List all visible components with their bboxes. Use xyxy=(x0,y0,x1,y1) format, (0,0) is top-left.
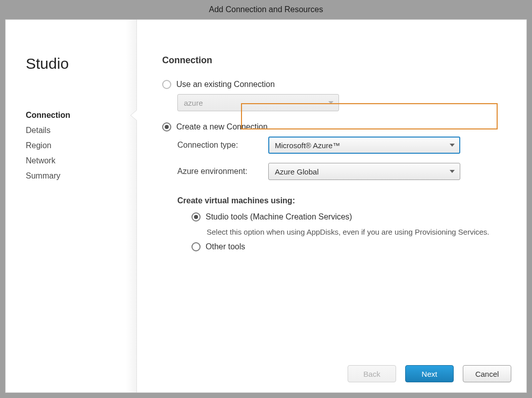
radio-use-existing-label: Use an existing Connection xyxy=(176,80,275,89)
wizard-sidebar: Studio Connection Details Region Network… xyxy=(6,20,137,392)
wizard-window: Add Connection and Resources Studio Conn… xyxy=(0,0,532,398)
connection-type-value: Microsoft® Azure™ xyxy=(275,141,340,150)
radio-studio-tools[interactable]: Studio tools (Machine Creation Services) xyxy=(191,212,511,222)
nav-step-details[interactable]: Details xyxy=(26,123,136,138)
radio-other-tools-label: Other tools xyxy=(206,242,245,251)
azure-environment-dropdown[interactable]: Azure Global xyxy=(268,163,460,180)
back-button: Back xyxy=(348,365,396,382)
existing-connection-dropdown: azure xyxy=(177,94,339,111)
radio-use-existing[interactable]: Use an existing Connection xyxy=(162,80,511,89)
azure-environment-label: Azure environment: xyxy=(177,167,268,176)
section-title: Connection xyxy=(162,55,511,66)
existing-connection-value: azure xyxy=(184,99,203,107)
chevron-down-icon xyxy=(328,101,333,104)
chevron-down-icon xyxy=(450,144,455,147)
nav-step-network[interactable]: Network xyxy=(26,153,136,168)
radio-icon xyxy=(162,122,171,131)
window-title: Add Connection and Resources xyxy=(0,0,532,19)
radio-create-new-label: Create a new Connection xyxy=(176,122,268,131)
cancel-button[interactable]: Cancel xyxy=(463,365,511,382)
studio-tools-desc: Select this option when using AppDisks, … xyxy=(207,227,511,237)
radio-icon xyxy=(191,212,201,222)
nav-step-connection[interactable]: Connection xyxy=(26,108,136,123)
app-name: Studio xyxy=(26,55,136,72)
vm-section-heading: Create virtual machines using: xyxy=(177,196,511,205)
radio-other-tools[interactable]: Other tools xyxy=(191,242,511,251)
radio-icon xyxy=(162,80,171,89)
azure-environment-value: Azure Global xyxy=(275,167,319,176)
wizard-main: Connection Use an existing Connection az… xyxy=(137,20,526,392)
nav-step-summary[interactable]: Summary xyxy=(26,168,136,184)
next-button[interactable]: Next xyxy=(405,365,454,382)
radio-studio-tools-label: Studio tools (Machine Creation Services) xyxy=(206,212,352,222)
nav-step-region[interactable]: Region xyxy=(26,138,136,153)
connection-type-label: Connection type: xyxy=(177,141,268,150)
radio-icon xyxy=(191,242,201,251)
wizard-body: Studio Connection Details Region Network… xyxy=(5,19,527,393)
connection-type-dropdown[interactable]: Microsoft® Azure™ xyxy=(268,137,460,154)
chevron-down-icon xyxy=(450,170,455,173)
wizard-footer: Back Next Cancel xyxy=(348,365,511,382)
radio-create-new[interactable]: Create a new Connection xyxy=(162,122,511,131)
